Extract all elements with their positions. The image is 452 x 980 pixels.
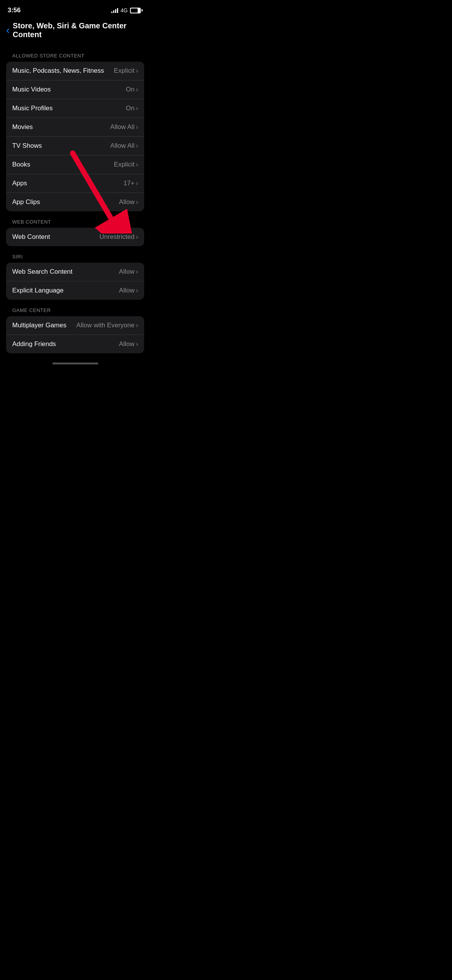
- page-title: Store, Web, Siri & Game Center Content: [13, 21, 144, 39]
- row-music-profiles[interactable]: Music Profiles On ›: [6, 99, 144, 118]
- home-bar: [52, 363, 98, 364]
- row-movies[interactable]: Movies Allow All ›: [6, 118, 144, 137]
- chevron-icon: ›: [136, 67, 138, 74]
- battery-icon: 83: [130, 8, 143, 13]
- home-indicator: [0, 359, 150, 366]
- game-center-group: Multiplayer Games Allow with Everyone › …: [6, 316, 144, 353]
- row-web-content[interactable]: Web Content Unrestricted ›: [6, 228, 144, 246]
- section-label-siri: SIRI: [0, 254, 150, 263]
- allowed-store-content-group: Music, Podcasts, News, Fitness Explicit …: [6, 62, 144, 211]
- chevron-icon: ›: [136, 180, 138, 187]
- row-tv-shows[interactable]: TV Shows Allow All ›: [6, 137, 144, 155]
- section-label-web-content: WEB CONTENT: [0, 219, 150, 228]
- chevron-icon: ›: [136, 105, 138, 112]
- chevron-icon: ›: [136, 341, 138, 348]
- chevron-icon: ›: [136, 124, 138, 131]
- section-label-allowed-store: ALLOWED STORE CONTENT: [0, 53, 150, 62]
- signal-icon: [111, 8, 118, 13]
- status-bar: 3:56 4G 83: [0, 0, 150, 18]
- chevron-icon: ›: [136, 199, 138, 206]
- row-multiplayer-games[interactable]: Multiplayer Games Allow with Everyone ›: [6, 316, 144, 335]
- chevron-icon: ›: [136, 142, 138, 149]
- row-adding-friends[interactable]: Adding Friends Allow ›: [6, 335, 144, 353]
- network-label: 4G: [120, 7, 128, 13]
- nav-header: ‹ Store, Web, Siri & Game Center Content: [0, 18, 150, 45]
- chevron-icon: ›: [136, 161, 138, 168]
- section-label-game-center: GAME CENTER: [0, 307, 150, 316]
- siri-group: Web Search Content Allow › Explicit Lang…: [6, 263, 144, 300]
- row-books[interactable]: Books Explicit ›: [6, 155, 144, 174]
- chevron-icon: ›: [136, 268, 138, 275]
- row-music-podcasts[interactable]: Music, Podcasts, News, Fitness Explicit …: [6, 62, 144, 80]
- chevron-icon: ›: [136, 234, 138, 240]
- back-button[interactable]: ‹: [6, 25, 10, 36]
- row-music-videos[interactable]: Music Videos On ›: [6, 80, 144, 99]
- row-apps[interactable]: Apps 17+ ›: [6, 174, 144, 193]
- status-icons: 4G 83: [111, 7, 143, 13]
- row-app-clips[interactable]: App Clips Allow ›: [6, 193, 144, 211]
- row-explicit-language[interactable]: Explicit Language Allow ›: [6, 281, 144, 300]
- chevron-icon: ›: [136, 287, 138, 294]
- chevron-icon: ›: [136, 322, 138, 329]
- row-web-search-content[interactable]: Web Search Content Allow ›: [6, 263, 144, 281]
- chevron-icon: ›: [136, 86, 138, 93]
- status-time: 3:56: [8, 7, 21, 14]
- web-content-group: Web Content Unrestricted ›: [6, 228, 144, 246]
